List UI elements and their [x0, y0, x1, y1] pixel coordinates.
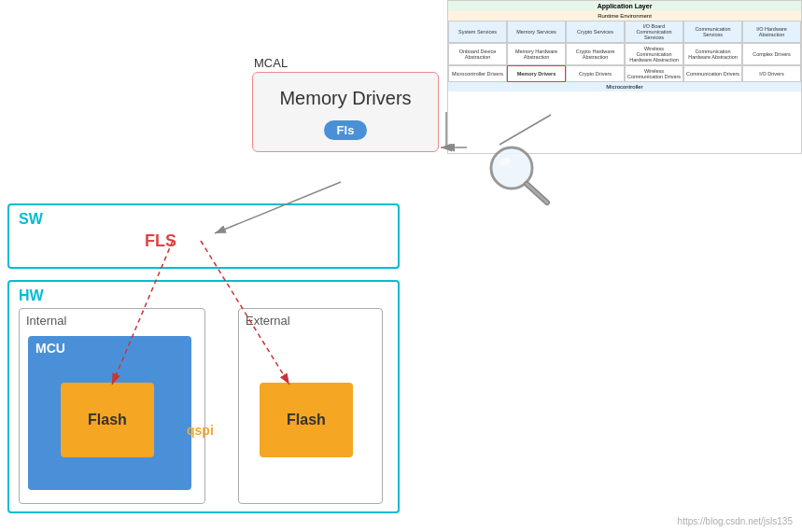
internal-label: Internal	[26, 314, 66, 328]
cell-onboard-device: Onboard Device Abstraction	[448, 43, 507, 65]
runtime-label: Runtime Environment	[448, 11, 801, 21]
cell-crypto-services: Crypto Services	[566, 21, 625, 43]
mcal-box: Memory Drivers Fls	[252, 72, 439, 152]
cell-comm-drivers: Communication Drivers	[683, 65, 742, 82]
mcal-container: MCAL Memory Drivers Fls	[252, 56, 439, 152]
cell-comm-hw-abs: Communication Hardware Abstraction	[683, 43, 742, 65]
arch-row-3: Microcontroller Drivers Memory Drivers C…	[448, 65, 801, 82]
cell-system-services: System Services	[448, 21, 507, 43]
svg-line-4	[527, 184, 547, 203]
app-layer-label: Application Layer	[448, 1, 801, 11]
cell-memory-drivers-highlighted: Memory Drivers	[507, 65, 566, 82]
cell-complex-drivers: Complex Drivers	[742, 43, 801, 65]
cell-wireless-comm-hw: Wireless Communication Hardware Abstract…	[625, 43, 683, 65]
sw-label: SW	[19, 211, 43, 228]
cell-comm-services: Communication Services	[683, 21, 742, 43]
arch-row-1: System Services Memory Services Crypto S…	[448, 21, 801, 43]
cell-io-board: I/O Board Communication Services	[625, 21, 683, 43]
cell-crypto-hw: Crypto Hardware Abstraction	[566, 43, 625, 65]
magnifier	[476, 135, 560, 219]
arch-row-2: Onboard Device Abstraction Memory Hardwa…	[448, 43, 801, 65]
mcal-label: MCAL	[252, 56, 439, 70]
hw-label: HW	[19, 287, 44, 304]
cell-wireless-comm-drivers: Wireless Communication Drivers	[625, 65, 683, 82]
sw-box: SW FLS	[7, 203, 400, 269]
cell-mcu-drivers: Microcontroller Drivers	[448, 65, 507, 82]
fls-badge: Fls	[324, 120, 368, 140]
fls-text: FLS	[145, 231, 176, 251]
cell-io-drivers: I/O Drivers	[742, 65, 801, 82]
architecture-diagram: Application Layer Runtime Environment Sy…	[447, 0, 802, 154]
cell-io-hw-abs: I/O Hardware Abstraction	[742, 21, 801, 43]
memory-drivers-title: Memory Drivers	[279, 88, 411, 109]
watermark: https://blog.csdn.net/jsls135	[678, 516, 793, 526]
svg-point-1	[493, 149, 530, 187]
cell-memory-services: Memory Services	[507, 21, 566, 43]
cell-crypto-drivers: Crypto Drivers	[566, 65, 625, 82]
mcu-label: MCU	[35, 341, 65, 356]
flash-external: Flash	[260, 383, 353, 457]
microcontroller-label: Microcontroller	[448, 82, 801, 91]
flash-internal: Flash	[61, 383, 154, 457]
qspi-label: qspi	[187, 423, 214, 438]
cell-mem-hw-abs: Memory Hardware Abstraction	[507, 43, 566, 65]
external-label: External	[246, 314, 290, 328]
